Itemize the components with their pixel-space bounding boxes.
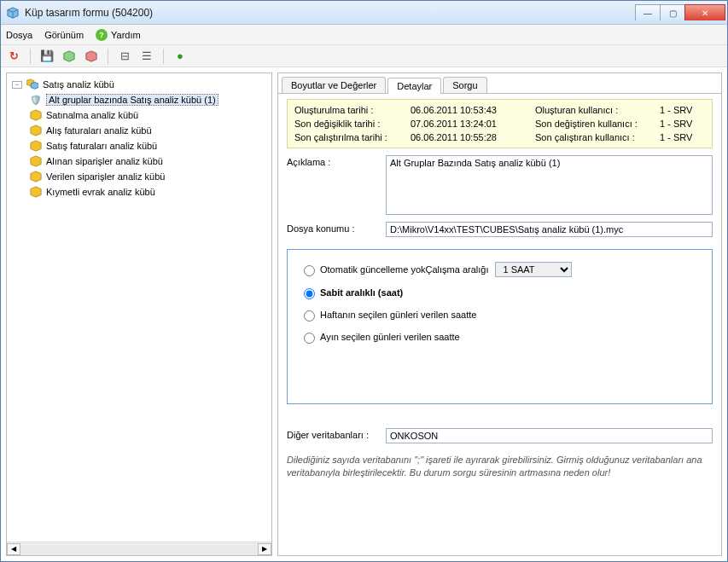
interval-label: Çalışma aralığı <box>426 264 489 275</box>
otherdb-input[interactable] <box>386 428 713 443</box>
menubar: Dosya Görünüm ? Yardım <box>1 25 727 45</box>
scroll-right-icon[interactable]: ▶ <box>258 543 271 555</box>
shield-icon: 🛡️ <box>29 93 43 107</box>
filepath-label: Dosya konumu : <box>287 222 379 234</box>
schedule-option-monthly[interactable]: Ayın seçilen günleri verilen saatte <box>300 330 700 344</box>
svg-marker-10 <box>31 171 41 182</box>
lastrun-date-label: Son çalıştırılma tarihi : <box>294 132 405 142</box>
cube-delete-icon[interactable] <box>84 49 99 64</box>
modified-user-label: Son değiştiren kullanıcı : <box>535 119 655 129</box>
svg-marker-2 <box>64 50 74 61</box>
radio-monthly[interactable] <box>304 333 315 344</box>
radio-weekly[interactable] <box>304 310 315 322</box>
created-date-value: 06.06.2011 10:53:43 <box>411 105 530 115</box>
tree-panel: − Satış analiz kübü 🛡️ Alt gruplar bazın… <box>6 72 272 556</box>
radio-none[interactable] <box>304 265 315 276</box>
close-button[interactable]: ✕ <box>684 4 725 20</box>
tree-root[interactable]: − Satış analiz kübü <box>9 77 270 92</box>
toolbar: ↻ 💾 ⊟ ☰ ● <box>1 45 727 67</box>
minimize-button[interactable]: — <box>635 4 661 20</box>
save-icon[interactable]: 💾 <box>39 49 55 64</box>
description-row: Açıklama : <box>287 155 713 215</box>
tree-item[interactable]: Alış faturaları analiz kübü <box>9 123 270 138</box>
created-date-label: Oluşturulma tarihi : <box>294 105 405 115</box>
svg-marker-5 <box>31 82 38 89</box>
svg-marker-8 <box>31 141 41 151</box>
filepath-row: Dosya konumu : <box>287 222 713 237</box>
tab-body-details: Oluşturulma tarihi : 06.06.2011 10:53:43… <box>278 93 721 555</box>
tree-item[interactable]: Satınalma analiz kübü <box>9 107 270 123</box>
schedule-group: Otomatik güncelleme yok Çalışma aralığı … <box>287 249 713 404</box>
svg-marker-9 <box>31 156 41 166</box>
cube-icon <box>29 170 43 183</box>
app-window: Küp tasarım formu (504200) — ▢ ✕ Dosya G… <box>0 0 728 562</box>
description-label: Açıklama : <box>287 155 379 167</box>
modified-user-value: 1 - SRV <box>660 119 711 129</box>
cube-add-icon[interactable] <box>61 49 77 64</box>
tree-item[interactable]: Verilen siparişler analiz kübü <box>9 169 270 184</box>
radio-fixed[interactable] <box>304 288 315 299</box>
lastrun-user-value: 1 - SRV <box>660 132 711 142</box>
cube-icon <box>29 108 43 122</box>
titlebar: Küp tasarım formu (504200) — ▢ ✕ <box>1 1 727 25</box>
cube-icon <box>29 185 43 199</box>
description-input[interactable] <box>386 155 713 215</box>
modified-date-value: 07.06.2011 13:24:01 <box>411 119 530 129</box>
created-user-label: Oluşturan kullanıcı : <box>535 105 655 115</box>
menu-help[interactable]: ? Yardım <box>96 29 141 41</box>
tabstrip: Boyutlar ve Değerler Detaylar Sorgu <box>278 73 721 93</box>
client-area: − Satış analiz kübü 🛡️ Alt gruplar bazın… <box>1 67 727 561</box>
schedule-option-fixed[interactable]: Sabit aralıklı (saat) <box>300 286 700 299</box>
svg-marker-3 <box>86 50 96 61</box>
window-buttons: — ▢ ✕ <box>636 4 725 20</box>
lastrun-user-label: Son çalıştıran kullanıcı : <box>535 132 655 142</box>
run-icon[interactable]: ● <box>172 49 188 64</box>
cube-group-icon <box>26 78 39 91</box>
tab-dimensions[interactable]: Boyutlar ve Değerler <box>282 77 386 93</box>
horizontal-scrollbar[interactable]: ◀ ▶ <box>7 542 271 555</box>
window-title: Küp tasarım formu (504200) <box>25 7 636 19</box>
filepath-input[interactable] <box>386 222 713 237</box>
interval-select[interactable]: 1 SAAT <box>495 262 572 277</box>
menu-file[interactable]: Dosya <box>6 30 32 40</box>
help-icon: ? <box>96 29 108 41</box>
detail-panel: Boyutlar ve Değerler Detaylar Sorgu Oluş… <box>277 72 722 556</box>
cube-icon <box>29 124 43 137</box>
otherdb-label: Diğer veritabanları : <box>287 428 379 440</box>
scroll-left-icon[interactable]: ◀ <box>7 543 20 555</box>
otherdb-row: Diğer veritabanları : <box>287 428 713 443</box>
svg-marker-6 <box>31 110 41 120</box>
menu-view[interactable]: Görünüm <box>44 30 84 40</box>
cube-icon <box>29 154 43 168</box>
tree-item[interactable]: 🛡️ Alt gruplar bazında Satış analiz kübü… <box>9 92 270 107</box>
schedule-option-none[interactable]: Otomatik güncelleme yok Çalışma aralığı … <box>300 262 700 277</box>
maximize-button[interactable]: ▢ <box>660 4 685 20</box>
schedule-option-weekly[interactable]: Haftanın seçilen günleri verilen saatte <box>300 308 700 322</box>
tab-details[interactable]: Detaylar <box>387 78 441 94</box>
collapse-icon[interactable]: − <box>12 81 22 89</box>
app-icon <box>6 6 20 20</box>
svg-marker-7 <box>31 125 41 136</box>
lastrun-date-value: 06.06.2011 10:55:28 <box>411 132 530 142</box>
tree-item[interactable]: Satış faturaları analiz kübü <box>9 138 270 154</box>
refresh-icon[interactable]: ↻ <box>6 49 21 64</box>
cube-icon <box>29 139 43 153</box>
tree-icon[interactable]: ⊟ <box>117 49 132 64</box>
audit-info: Oluşturulma tarihi : 06.06.2011 10:53:43… <box>287 99 713 148</box>
tree-item[interactable]: Alınan siparişler analiz kübü <box>9 154 270 169</box>
svg-marker-11 <box>31 187 41 197</box>
interval-row: Çalışma aralığı 1 SAAT <box>426 262 573 277</box>
list-icon[interactable]: ☰ <box>139 49 154 64</box>
otherdb-note: Dilediğiniz sayıda veritabanını ";" işar… <box>287 454 713 480</box>
tree-item[interactable]: Kıymetli evrak analiz kübü <box>9 184 270 200</box>
tab-query[interactable]: Sorgu <box>443 77 486 93</box>
created-user-value: 1 - SRV <box>660 105 711 115</box>
cube-tree[interactable]: − Satış analiz kübü 🛡️ Alt gruplar bazın… <box>7 73 271 542</box>
modified-date-label: Son değişiklik tarihi : <box>294 119 405 129</box>
